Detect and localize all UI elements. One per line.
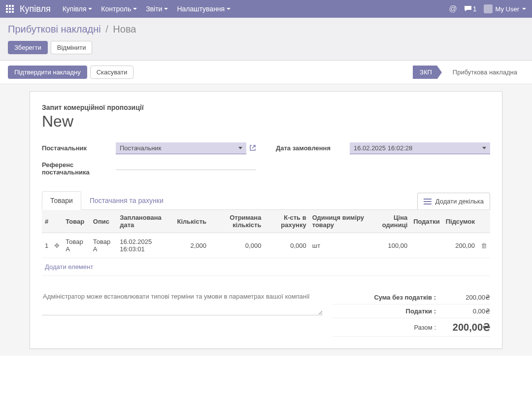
nav-item-control[interactable]: Контроль bbox=[101, 5, 137, 13]
col-seq: # bbox=[42, 210, 51, 233]
save-button[interactable]: Зберегти bbox=[8, 41, 48, 54]
main-navbar: Купівля Купівля Контроль Звіти Налаштува… bbox=[0, 0, 532, 18]
notes-textarea[interactable] bbox=[42, 291, 323, 315]
chevron-down-icon bbox=[133, 8, 137, 10]
order-date-value: 16.02.2025 16:02:28 bbox=[354, 144, 412, 152]
control-panel: Прибуткові накладні / Нова Зберегти Відм… bbox=[0, 18, 532, 61]
cell-product[interactable]: Товар А bbox=[63, 233, 90, 258]
untaxed-label: Сума без податків : bbox=[374, 294, 446, 301]
chevron-down-icon bbox=[238, 147, 242, 149]
untaxed-value: 200,00₴ bbox=[446, 294, 490, 301]
cell-subtotal: 200,00 bbox=[443, 233, 478, 258]
apps-icon[interactable] bbox=[6, 5, 14, 13]
nav-item-reports[interactable]: Звіти bbox=[146, 5, 168, 13]
order-date-input[interactable]: 16.02.2025 16:02:28 bbox=[350, 142, 490, 154]
col-uom: Одиниця виміру товару bbox=[309, 210, 370, 233]
form-sheet: Запит комерційної пропозиції New Постача… bbox=[30, 91, 502, 349]
vendor-ref-input[interactable] bbox=[116, 159, 256, 170]
cell-desc[interactable]: Товар А bbox=[90, 233, 117, 258]
speech-bubble-icon bbox=[464, 5, 472, 12]
chevron-down-icon bbox=[227, 8, 231, 10]
col-price: Ціна одиниці bbox=[370, 210, 411, 233]
add-multiple-button[interactable]: Додати декілька bbox=[417, 193, 490, 209]
list-icon bbox=[424, 199, 432, 204]
label-vendor: Постачальник bbox=[42, 142, 111, 152]
sheet-subtitle: Запит комерційної пропозиції bbox=[42, 103, 490, 111]
chevron-down-icon bbox=[88, 8, 92, 10]
chevron-down-icon bbox=[522, 8, 526, 10]
vendor-value: Постачальник bbox=[120, 144, 161, 152]
user-menu[interactable]: My User bbox=[484, 4, 526, 13]
cancel-button[interactable]: Скасувати bbox=[90, 66, 134, 79]
cell-uom[interactable]: шт bbox=[309, 233, 370, 258]
trash-icon[interactable]: 🗑 bbox=[481, 242, 487, 249]
cell-seq: 1 bbox=[42, 233, 51, 258]
nav-item-settings[interactable]: Налаштування bbox=[177, 5, 231, 13]
label-vendor-ref: Референс постачальника bbox=[42, 159, 111, 176]
discard-button[interactable]: Відмінити bbox=[51, 41, 93, 54]
chat-count: 1 bbox=[473, 5, 477, 13]
chevron-down-icon bbox=[482, 147, 486, 149]
app-title: Купівля bbox=[20, 4, 51, 14]
at-icon[interactable]: @ bbox=[449, 4, 457, 13]
col-qty: Кількість bbox=[174, 210, 210, 233]
breadcrumb-separator: / bbox=[105, 24, 108, 34]
nav-menu: Купівля Контроль Звіти Налаштування bbox=[63, 5, 231, 13]
chevron-down-icon bbox=[164, 8, 168, 10]
table-row[interactable]: 1 ✥ Товар А Товар А 16.02.2025 16:03:01 … bbox=[42, 233, 490, 258]
move-handle-icon[interactable]: ✥ bbox=[54, 242, 60, 249]
col-billed: К-сть в рахунку bbox=[264, 210, 309, 233]
tabs: Товари Постачання та рахунки Додати декі… bbox=[42, 191, 490, 210]
chat-icon[interactable]: 1 bbox=[464, 5, 477, 13]
cell-price[interactable]: 100,00 bbox=[370, 233, 411, 258]
cell-planned[interactable]: 16.02.2025 16:03:01 bbox=[117, 233, 174, 258]
nav-item-purchase[interactable]: Купівля bbox=[63, 5, 93, 13]
avatar bbox=[484, 4, 493, 13]
external-link-icon[interactable] bbox=[249, 144, 256, 153]
sheet-title: New bbox=[42, 112, 490, 131]
total-value: 200,00₴ bbox=[446, 321, 490, 333]
vendor-select[interactable]: Постачальник bbox=[116, 142, 246, 154]
col-delete bbox=[478, 210, 490, 233]
col-subtotal: Підсумок bbox=[443, 210, 478, 233]
total-label: Разом : bbox=[414, 324, 446, 331]
breadcrumb-parent[interactable]: Прибуткові накладні bbox=[8, 24, 101, 34]
col-handle bbox=[51, 210, 63, 233]
statusbar: Підтвердити накладну Скасувати ЗКП Прибу… bbox=[0, 61, 532, 84]
user-name: My User bbox=[496, 5, 519, 13]
col-planned: Запланована дата bbox=[117, 210, 174, 233]
cell-qty[interactable]: 2,000 bbox=[174, 233, 210, 258]
taxes-value: 0,00₴ bbox=[446, 307, 490, 315]
col-taxes: Податки bbox=[410, 210, 442, 233]
breadcrumb-current: Нова bbox=[113, 24, 136, 34]
status-widget: ЗКП Прибуткова накладна bbox=[413, 66, 524, 79]
tab-delivery[interactable]: Постачання та рахунки bbox=[81, 191, 172, 210]
col-desc: Опис bbox=[90, 210, 117, 233]
cell-received: 0,000 bbox=[209, 233, 264, 258]
col-product: Товар bbox=[63, 210, 90, 233]
cell-billed: 0,000 bbox=[264, 233, 309, 258]
add-multiple-label: Додати декілька bbox=[435, 198, 484, 205]
order-lines-table: # Товар Опис Запланована дата Кількість … bbox=[42, 210, 490, 276]
add-line-link[interactable]: Додати елемент bbox=[42, 258, 490, 276]
status-invoice[interactable]: Прибуткова накладна bbox=[446, 66, 524, 79]
cell-taxes[interactable] bbox=[410, 233, 442, 258]
tab-products[interactable]: Товари bbox=[42, 191, 81, 210]
totals: Сума без податків : 200,00₴ Податки : 0,… bbox=[332, 291, 490, 337]
taxes-label: Податки : bbox=[406, 307, 446, 315]
breadcrumb: Прибуткові накладні / Нова bbox=[8, 24, 524, 35]
status-rfq[interactable]: ЗКП bbox=[413, 66, 437, 79]
col-received: Отримана кількість bbox=[209, 210, 264, 233]
confirm-button[interactable]: Підтвердити накладну bbox=[8, 66, 87, 79]
label-order-date: Дата замовлення bbox=[276, 142, 345, 152]
